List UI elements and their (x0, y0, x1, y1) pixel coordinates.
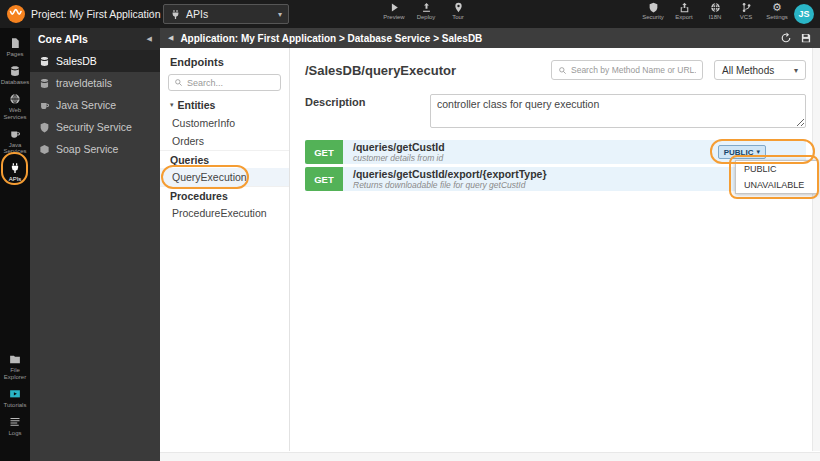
all-methods-dropdown[interactable]: All Methods ▾ (714, 60, 806, 80)
visibility-dropdown[interactable]: PUBLIC ▾ (718, 145, 766, 159)
vcs-branch-icon (741, 2, 752, 13)
visibility-option-unavailable[interactable]: UNAVAILABLE (736, 177, 817, 193)
rail-item-label: Web Services (0, 107, 30, 121)
entities-section-header[interactable]: ▾ Entities (160, 96, 289, 114)
procedures-section-header: Procedures (160, 186, 289, 204)
left-icon-rail: Pages Databases Web Services Java Servic… (0, 28, 30, 461)
rail-item-label: File Explorer (0, 367, 30, 381)
endpoint-item-orders[interactable]: Orders (160, 132, 289, 150)
vcs-label: VCS (740, 14, 752, 20)
i18n-button[interactable]: I18N (702, 2, 728, 20)
search-icon (174, 78, 183, 87)
endpoint-item-queryexecution[interactable]: QueryExecution (160, 168, 289, 186)
sidebar-header: Core APIs ◀ (30, 28, 160, 50)
endpoint-description: Returns downloadable file for query getC… (353, 180, 547, 190)
preview-button[interactable]: Preview (381, 2, 407, 20)
collapse-left-icon[interactable]: ◀ (168, 34, 173, 42)
i18n-globe-icon (710, 2, 721, 13)
endpoint-item-procedureexecution[interactable]: ProcedureExecution (160, 204, 289, 222)
deploy-button[interactable]: Deploy (413, 2, 439, 20)
sidebar-item-salesdb[interactable]: SalesDB (30, 50, 160, 72)
endpoint-item-customerinfo[interactable]: CustomerInfo (160, 114, 289, 132)
tour-icon (453, 2, 464, 13)
search-icon (558, 66, 567, 75)
description-textarea[interactable]: controller class for query execution (430, 94, 806, 128)
chevron-right-icon: › (151, 7, 154, 18)
refresh-icon[interactable] (780, 32, 792, 44)
java-services-coffee-icon (9, 128, 21, 140)
sidebar-item-label: traveldetails (56, 77, 112, 89)
pages-icon (9, 37, 21, 49)
deploy-icon (421, 2, 432, 13)
chevron-down-icon: ▾ (794, 66, 798, 75)
description-row: Description controller class for query e… (305, 94, 806, 128)
api-row-get-cust-id-export[interactable]: GET /queries/getCustId/export/{exportTyp… (305, 167, 806, 191)
rail-item-pages[interactable]: Pages (0, 34, 30, 62)
tour-button[interactable]: Tour (445, 2, 471, 20)
horizontal-scrollbar[interactable] (160, 452, 820, 461)
rail-item-tutorials[interactable]: Tutorials (0, 385, 30, 413)
api-row-get-cust-id[interactable]: GET /queries/getCustId customer details … (305, 140, 806, 164)
endpoints-title: Endpoints (160, 56, 289, 70)
rail-item-apis[interactable]: APIs (0, 159, 30, 187)
http-method-badge: GET (305, 167, 343, 191)
collapse-left-icon[interactable]: ◀ (147, 35, 152, 43)
settings-label: Settings (766, 14, 788, 20)
preview-label: Preview (383, 14, 404, 20)
rail-item-logs[interactable]: Logs (0, 413, 30, 441)
rail-item-label: Databases (1, 79, 30, 86)
settings-gear-icon: ⚙ (772, 2, 782, 13)
api-endpoint-rows: GET /queries/getCustId customer details … (305, 140, 806, 191)
database-icon (9, 65, 21, 77)
description-label: Description (305, 94, 430, 128)
security-shield-icon (648, 2, 659, 13)
rail-item-label: Logs (8, 430, 21, 437)
settings-button[interactable]: ⚙ Settings (764, 2, 790, 20)
row-texts: /queries/getCustId/export/{exportType} R… (353, 167, 547, 191)
chevron-down-icon: ▾ (278, 10, 282, 19)
database-icon (39, 56, 50, 67)
apis-icon (9, 162, 21, 174)
workspace-dropdown[interactable]: APIs ▾ (163, 4, 289, 24)
row-texts: /queries/getCustId customer details from… (353, 140, 445, 164)
http-method-badge: GET (305, 140, 343, 164)
rail-item-label: Java Services (0, 142, 30, 156)
sidebar-item-soap-service[interactable]: Soap Service (30, 138, 160, 160)
top-header: Project: My First Application › APIs ▾ P… (0, 0, 820, 28)
vcs-button[interactable]: VCS (733, 2, 759, 20)
breadcrumb-actions (780, 32, 812, 44)
rail-bottom-group: File Explorer Tutorials Logs (0, 350, 30, 441)
rail-item-databases[interactable]: Databases (0, 62, 30, 90)
visibility-option-public[interactable]: PUBLIC (736, 161, 817, 177)
deploy-label: Deploy (417, 14, 436, 20)
endpoints-search (168, 74, 281, 91)
rail-item-java-services[interactable]: Java Services (0, 125, 30, 160)
export-icon (679, 2, 690, 13)
rail-item-web-services[interactable]: Web Services (0, 90, 30, 125)
sidebar-item-traveldetails[interactable]: traveldetails (30, 72, 160, 94)
endpoint-path: /queries/getCustId/export/{exportType} (353, 168, 547, 180)
all-methods-label: All Methods (722, 65, 774, 76)
method-search-input[interactable] (571, 65, 696, 75)
endpoint-path: /queries/getCustId (353, 141, 445, 153)
sidebar-item-security-service[interactable]: Security Service (30, 116, 160, 138)
header-right-actions: Security Export I18N VCS ⚙ Settings (640, 2, 790, 20)
security-button[interactable]: Security (640, 2, 666, 20)
sidebar-item-java-service[interactable]: Java Service (30, 94, 160, 116)
vertical-scrollbar[interactable] (812, 48, 820, 451)
apis-icon (170, 9, 181, 20)
security-label: Security (642, 14, 664, 20)
save-icon[interactable] (800, 32, 812, 44)
sidebar-title: Core APIs (38, 33, 88, 45)
breadcrumb: Application: My First Application > Data… (180, 33, 482, 44)
chevron-down-icon: ▾ (756, 148, 760, 156)
endpoints-search-input[interactable] (187, 78, 279, 88)
wavemaker-logo (7, 5, 25, 23)
preview-icon (389, 2, 400, 13)
user-avatar[interactable]: JS (794, 4, 814, 24)
rail-item-file-explorer[interactable]: File Explorer (0, 350, 30, 385)
logs-list-icon (9, 416, 21, 428)
sidebar-item-label: SalesDB (56, 55, 97, 67)
section-label: Entities (178, 99, 216, 111)
export-button[interactable]: Export (671, 2, 697, 20)
